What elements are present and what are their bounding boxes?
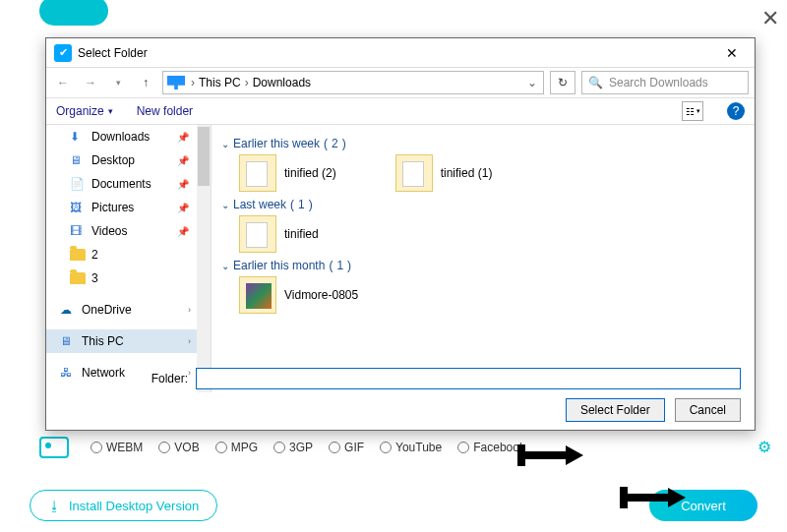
documents-icon: 📄 [70, 177, 86, 191]
format-youtube[interactable]: YouTube [380, 441, 442, 454]
item-label: tinified (2) [284, 166, 336, 180]
refresh-button[interactable]: ↻ [550, 71, 575, 94]
group-header-last-week[interactable]: ⌄Last week (1) [221, 198, 745, 211]
format-label: MPG [231, 441, 258, 454]
sidebar-item-folder-3[interactable]: 3 [46, 266, 211, 290]
group-count: 2 [332, 137, 338, 150]
format-webm[interactable]: WEBM [91, 441, 143, 454]
dialog-titlebar: ✔ Select Folder ✕ [46, 38, 755, 68]
nav-sidebar: ⬇Downloads📌 🖥Desktop📌 📄Documents📌 🖼Pictu… [46, 125, 212, 392]
folder-thumb-icon [239, 154, 276, 192]
pin-icon: 📌 [177, 179, 189, 190]
format-bar: WEBM VOB MPG 3GP GIF YouTube Facebook [39, 433, 777, 462]
view-options-button[interactable]: ☷▾ [682, 101, 703, 121]
file-list: ⌄Earlier this week (2) tinified (2) tini… [212, 125, 755, 392]
pictures-icon: 🖼 [70, 201, 86, 214]
sidebar-item-label: 3 [91, 271, 98, 285]
folder-item[interactable]: tinified [239, 215, 319, 253]
chevron-right-icon: › [189, 76, 197, 89]
format-facebook[interactable]: Facebook [457, 441, 525, 454]
folder-icon [70, 249, 86, 261]
folder-name-row: Folder: [46, 365, 755, 392]
pin-icon: 📌 [177, 132, 189, 143]
format-3gp[interactable]: 3GP [273, 441, 313, 454]
folder-item[interactable]: Vidmore-0805 [239, 276, 358, 314]
format-label: GIF [344, 441, 364, 454]
group-title: Earlier this month [233, 259, 325, 272]
download-icon: ⬇ [70, 130, 86, 144]
folder-thumb-icon [239, 215, 276, 253]
group-header-earlier-this-week[interactable]: ⌄Earlier this week (2) [221, 137, 745, 150]
nav-recent-dropdown[interactable]: ▾ [107, 72, 129, 93]
folder-item[interactable]: tinified (1) [395, 154, 493, 192]
nav-back-button[interactable]: ← [52, 72, 74, 93]
sidebar-scrollbar[interactable] [197, 125, 211, 392]
chevron-down-icon: ⌄ [221, 261, 229, 271]
expand-icon[interactable]: › [188, 305, 191, 315]
sidebar-item-label: Pictures [91, 201, 134, 214]
folder-thumb-icon [395, 154, 433, 192]
sidebar-item-label: Downloads [91, 130, 150, 144]
sidebar-item-label: This PC [82, 334, 124, 348]
sidebar-item-thispc[interactable]: ›🖥This PC [46, 329, 211, 353]
item-label: Vidmore-0805 [284, 288, 358, 302]
sidebar-item-folder-2[interactable]: 2 [46, 243, 211, 266]
group-header-earlier-this-month[interactable]: ⌄Earlier this month (1) [221, 259, 745, 272]
search-input[interactable]: 🔍 Search Downloads [581, 71, 749, 94]
format-mpg[interactable]: MPG [215, 441, 258, 454]
sidebar-item-label: 2 [91, 248, 98, 262]
folder-item[interactable]: tinified (2) [239, 154, 336, 192]
group-title: Earlier this week [233, 137, 320, 150]
sidebar-item-label: Desktop [91, 153, 135, 167]
help-button[interactable]: ? [727, 102, 745, 120]
nav-row: ← → ▾ ↑ › This PC › Downloads ⌄ ↻ 🔍 Sear… [46, 68, 755, 97]
dialog-toolbar: Organize▾ New folder ☷▾ ? [46, 97, 755, 125]
sidebar-item-label: Videos [91, 224, 127, 238]
address-bar[interactable]: › This PC › Downloads ⌄ [162, 71, 544, 94]
folder-thumb-icon [239, 276, 276, 314]
nav-forward-button: → [80, 72, 101, 93]
cancel-button[interactable]: Cancel [675, 398, 741, 422]
folder-label: Folder: [60, 372, 188, 385]
sidebar-item-documents[interactable]: 📄Documents📌 [46, 172, 211, 196]
format-label: 3GP [289, 441, 313, 454]
dialog-title: Select Folder [78, 46, 148, 60]
organize-menu[interactable]: Organize▾ [56, 104, 113, 118]
organize-label: Organize [56, 104, 104, 118]
group-title: Last week [233, 198, 286, 211]
format-label: YouTube [395, 441, 442, 454]
onedrive-icon: ☁ [60, 303, 76, 317]
sidebar-item-videos[interactable]: 🎞Videos📌 [46, 219, 211, 243]
install-desktop-button[interactable]: ⭳ Install Desktop Version [30, 490, 217, 521]
expand-icon[interactable]: › [188, 336, 191, 346]
chevron-down-icon: ⌄ [221, 139, 229, 149]
chevron-down-icon: ⌄ [221, 200, 229, 210]
path-folder: Downloads [253, 76, 311, 89]
item-label: tinified [284, 227, 319, 241]
format-preview-icon [39, 437, 69, 458]
dialog-button-row: Select Folder Cancel [46, 396, 755, 424]
group-count: 1 [298, 198, 305, 211]
dialog-close-button[interactable]: ✕ [717, 45, 747, 61]
address-dropdown-icon[interactable]: ⌄ [525, 76, 539, 89]
group-count: 1 [336, 259, 343, 272]
page-close-icon[interactable]: ✕ [761, 6, 779, 31]
annotation-arrow-select-folder [517, 444, 583, 466]
sidebar-item-downloads[interactable]: ⬇Downloads📌 [46, 125, 211, 148]
folder-name-input[interactable] [196, 368, 741, 389]
format-gif[interactable]: GIF [329, 441, 364, 454]
app-icon: ✔ [54, 44, 72, 62]
background-pill [39, 0, 108, 26]
nav-up-button[interactable]: ↑ [135, 72, 156, 93]
select-folder-button[interactable]: Select Folder [566, 398, 665, 422]
chevron-down-icon: ▾ [108, 106, 113, 116]
sidebar-item-pictures[interactable]: 🖼Pictures📌 [46, 196, 211, 219]
sidebar-item-desktop[interactable]: 🖥Desktop📌 [46, 148, 211, 172]
pin-icon: 📌 [177, 226, 189, 237]
pin-icon: 📌 [177, 155, 189, 166]
new-folder-button[interactable]: New folder [137, 104, 193, 118]
item-label: tinified (1) [441, 166, 493, 180]
format-vob[interactable]: VOB [158, 441, 199, 454]
path-root: This PC [199, 76, 241, 89]
sidebar-item-onedrive[interactable]: ›☁OneDrive [46, 298, 211, 322]
